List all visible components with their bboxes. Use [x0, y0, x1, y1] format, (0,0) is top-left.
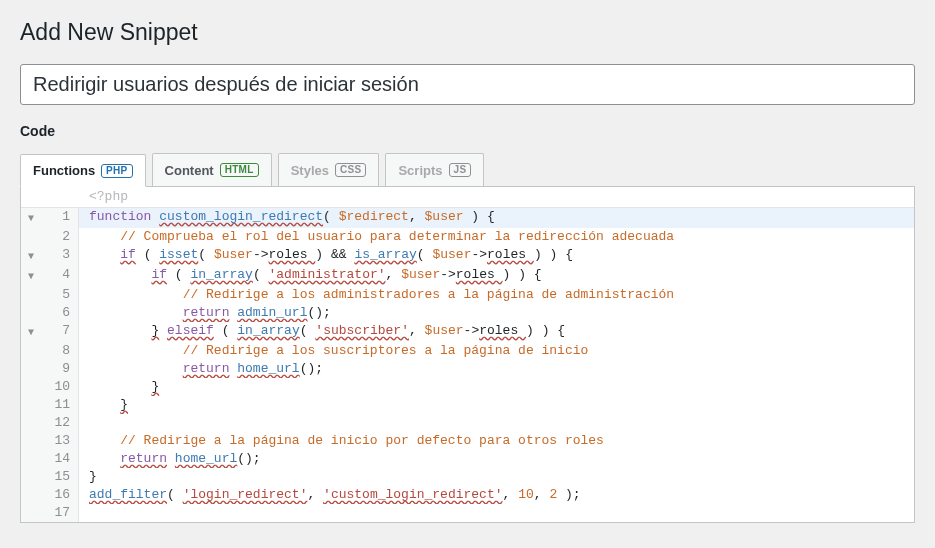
tab-functions[interactable]: FunctionsPHP — [20, 154, 146, 187]
line-number: 9 — [41, 360, 79, 378]
fold-toggle-icon — [21, 286, 41, 304]
tab-label: Content — [165, 163, 214, 178]
tab-badge: JS — [449, 163, 472, 177]
tab-scripts: ScriptsJS — [385, 153, 484, 186]
code-line[interactable]: ▼3 if ( isset( $user->roles ) && is_arra… — [21, 246, 914, 266]
code-content[interactable] — [79, 414, 914, 432]
fold-toggle-icon — [21, 378, 41, 396]
fold-toggle-icon[interactable]: ▼ — [21, 322, 41, 342]
page-title: Add New Snippet — [20, 10, 915, 50]
code-section-heading: Code — [20, 123, 915, 139]
code-content[interactable]: } — [79, 468, 914, 486]
code-line[interactable]: 10 } — [21, 378, 914, 396]
fold-toggle-icon — [21, 504, 41, 522]
code-line[interactable]: 2 // Comprueba el rol del usuario para d… — [21, 228, 914, 246]
code-line[interactable]: 15} — [21, 468, 914, 486]
tab-content[interactable]: ContentHTML — [152, 153, 272, 186]
tab-styles: StylesCSS — [278, 153, 380, 186]
line-number: 1 — [41, 208, 79, 228]
code-content[interactable]: } — [79, 378, 914, 396]
line-number: 4 — [41, 266, 79, 286]
tab-badge: PHP — [101, 164, 132, 178]
code-content[interactable] — [79, 504, 914, 522]
code-content[interactable]: if ( in_array( 'administrator', $user->r… — [79, 266, 914, 286]
line-number: 8 — [41, 342, 79, 360]
line-number: 10 — [41, 378, 79, 396]
fold-toggle-icon — [21, 486, 41, 504]
code-line[interactable]: ▼1function custom_login_redirect( $redir… — [21, 208, 914, 228]
fold-toggle-icon[interactable]: ▼ — [21, 246, 41, 266]
fold-toggle-icon — [21, 342, 41, 360]
fold-toggle-icon — [21, 360, 41, 378]
code-line[interactable]: 5 // Redirige a los administradores a la… — [21, 286, 914, 304]
code-line[interactable]: 9 return home_url(); — [21, 360, 914, 378]
code-content[interactable]: function custom_login_redirect( $redirec… — [79, 208, 914, 228]
line-number: 7 — [41, 322, 79, 342]
code-line[interactable]: 8 // Redirige a los suscriptores a la pá… — [21, 342, 914, 360]
line-number: 5 — [41, 286, 79, 304]
fold-toggle-icon — [21, 450, 41, 468]
tab-badge: HTML — [220, 163, 259, 177]
code-line[interactable]: 11 } — [21, 396, 914, 414]
code-line[interactable]: ▼4 if ( in_array( 'administrator', $user… — [21, 266, 914, 286]
code-content[interactable]: } elseif ( in_array( 'subscriber', $user… — [79, 322, 914, 342]
code-line[interactable]: 13 // Redirige a la página de inicio por… — [21, 432, 914, 450]
fold-toggle-icon — [21, 304, 41, 322]
fold-toggle-icon[interactable]: ▼ — [21, 208, 41, 228]
php-open-tag: <?php — [21, 187, 914, 208]
line-number: 14 — [41, 450, 79, 468]
line-number: 16 — [41, 486, 79, 504]
fold-toggle-icon — [21, 468, 41, 486]
line-number: 13 — [41, 432, 79, 450]
code-content[interactable]: return home_url(); — [79, 450, 914, 468]
code-editor[interactable]: <?php ▼1function custom_login_redirect( … — [20, 186, 915, 523]
fold-toggle-icon — [21, 228, 41, 246]
fold-toggle-icon — [21, 396, 41, 414]
tab-label: Styles — [291, 163, 329, 178]
code-content[interactable]: // Redirige a la página de inicio por de… — [79, 432, 914, 450]
code-content[interactable]: add_filter( 'login_redirect', 'custom_lo… — [79, 486, 914, 504]
line-number: 6 — [41, 304, 79, 322]
fold-toggle-icon[interactable]: ▼ — [21, 266, 41, 286]
line-number: 2 — [41, 228, 79, 246]
snippet-title-input[interactable] — [20, 64, 915, 105]
code-line[interactable]: ▼7 } elseif ( in_array( 'subscriber', $u… — [21, 322, 914, 342]
code-type-tabs: FunctionsPHPContentHTMLStylesCSSScriptsJ… — [20, 153, 915, 186]
code-line[interactable]: 14 return home_url(); — [21, 450, 914, 468]
line-number: 15 — [41, 468, 79, 486]
code-content[interactable]: // Redirige a los suscriptores a la pági… — [79, 342, 914, 360]
code-line[interactable]: 16add_filter( 'login_redirect', 'custom_… — [21, 486, 914, 504]
code-line[interactable]: 17 — [21, 504, 914, 522]
code-content[interactable]: } — [79, 396, 914, 414]
code-line[interactable]: 12 — [21, 414, 914, 432]
code-line[interactable]: 6 return admin_url(); — [21, 304, 914, 322]
line-number: 3 — [41, 246, 79, 266]
fold-toggle-icon — [21, 414, 41, 432]
code-content[interactable]: return home_url(); — [79, 360, 914, 378]
code-content[interactable]: // Comprueba el rol del usuario para det… — [79, 228, 914, 246]
tab-label: Functions — [33, 163, 95, 178]
fold-toggle-icon — [21, 432, 41, 450]
line-number: 11 — [41, 396, 79, 414]
code-content[interactable]: return admin_url(); — [79, 304, 914, 322]
code-content[interactable]: if ( isset( $user->roles ) && is_array( … — [79, 246, 914, 266]
tab-badge: CSS — [335, 163, 366, 177]
line-number: 17 — [41, 504, 79, 522]
line-number: 12 — [41, 414, 79, 432]
tab-label: Scripts — [398, 163, 442, 178]
code-content[interactable]: // Redirige a los administradores a la p… — [79, 286, 914, 304]
